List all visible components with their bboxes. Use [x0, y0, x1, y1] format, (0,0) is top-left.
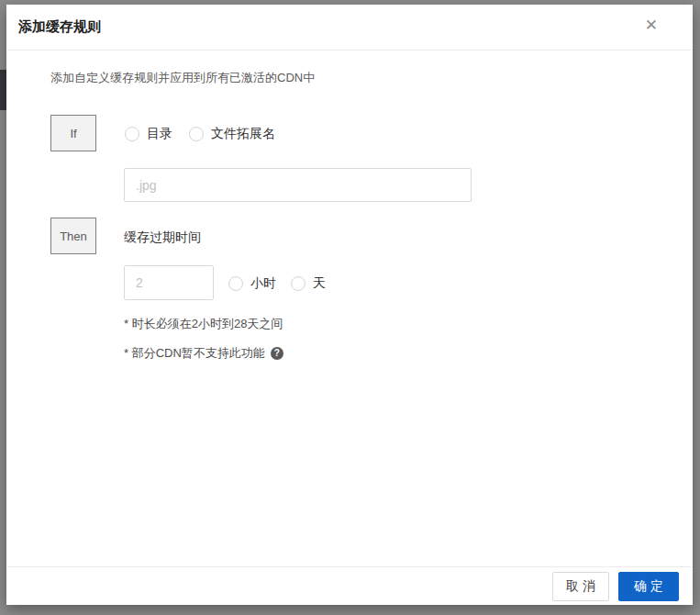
help-icon[interactable]: ?: [271, 347, 283, 360]
if-tag: If: [50, 115, 96, 151]
radio-unchecked-icon: [125, 127, 139, 141]
dialog-description: 添加自定义缓存规则并应用到所有已激活的CDN中: [50, 70, 315, 86]
radio-unchecked-icon: [291, 276, 306, 291]
match-type-radio-group: 目录 文件拓展名: [125, 125, 275, 143]
radio-file-extension-label: 文件拓展名: [211, 126, 275, 142]
radio-hours-label: 小时: [250, 275, 276, 292]
radio-file-extension[interactable]: 文件拓展名: [189, 126, 275, 142]
radio-unchecked-icon: [228, 276, 243, 291]
radio-directory-label: 目录: [147, 126, 172, 142]
dialog-header: 添加缓存规则 ✕: [6, 5, 693, 50]
add-cache-rule-dialog: 添加缓存规则 ✕ 添加自定义缓存规则并应用到所有已激活的CDN中 If 目录 文…: [6, 5, 693, 605]
close-icon[interactable]: ✕: [645, 17, 658, 33]
then-tag: Then: [50, 218, 96, 254]
radio-hours[interactable]: 小时: [228, 275, 276, 292]
cache-expiry-label: 缓存过期时间: [124, 229, 201, 246]
dialog-footer: 取 消 确 定: [6, 566, 693, 605]
duration-constraint-note: * 时长必须在2小时到28天之间: [124, 316, 283, 332]
cancel-button[interactable]: 取 消: [552, 572, 609, 601]
radio-days[interactable]: 天: [291, 275, 326, 292]
background-page-fragment: [0, 70, 6, 110]
cdn-support-note: * 部分CDN暂不支持此功能 ?: [124, 345, 283, 362]
radio-unchecked-icon: [189, 127, 204, 141]
extension-input[interactable]: [124, 168, 472, 202]
note-text: * 时长必须在2小时到28天之间: [124, 316, 283, 332]
confirm-button[interactable]: 确 定: [618, 572, 679, 601]
time-unit-radio-group: 小时 天: [228, 274, 326, 293]
radio-days-label: 天: [313, 275, 326, 292]
dialog-title: 添加缓存规则: [18, 18, 101, 36]
note-text: * 部分CDN暂不支持此功能: [124, 345, 265, 362]
radio-directory[interactable]: 目录: [125, 126, 172, 142]
duration-input[interactable]: [124, 265, 214, 300]
